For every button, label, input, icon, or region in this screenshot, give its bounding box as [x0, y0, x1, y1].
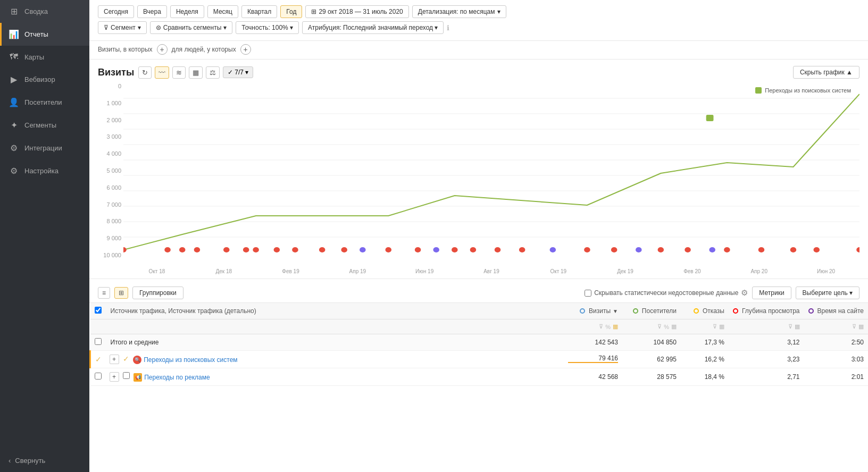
compare-segments-btn[interactable]: ⊜ Сравнить сегменты ▾ [150, 21, 233, 34]
th-visits[interactable]: Визиты ▼ [564, 303, 622, 319]
metrics-btn[interactable]: Метрики [752, 286, 791, 299]
svg-point-31 [611, 247, 617, 252]
groupings-btn[interactable]: Группировки [132, 286, 183, 299]
refresh-btn[interactable]: ↻ [138, 66, 152, 79]
row1-check: ✓ [95, 355, 102, 364]
svg-point-15 [243, 247, 249, 252]
row1-name[interactable]: Переходы из поисковых систем [144, 356, 237, 364]
row2-name[interactable]: Переходы по рекламе [144, 374, 210, 381]
table-subheader-row: ⊽ % ▦ ⊽ % ▦ ⊽ [90, 319, 869, 334]
segment-btn[interactable]: ⊽ Сегмент ▾ [98, 21, 147, 34]
svg-point-10 [123, 247, 127, 252]
area-chart-btn[interactable]: ≋ [172, 66, 186, 79]
attribution-btn[interactable]: Атрибуция: Последний значимый переход ▾ [302, 21, 444, 34]
depth-filter-icon[interactable]: ⊽ [788, 323, 792, 330]
date-today-btn[interactable]: Сегодня [98, 5, 134, 18]
table-header-row: Источник трафика, Источник трафика (дета… [90, 303, 869, 319]
detail-button[interactable]: Детализация: по месяцам ▾ [412, 5, 506, 18]
row2-expand-btn[interactable]: + [110, 372, 119, 382]
sidebar-item-integracii[interactable]: ⚙ Интеграции [0, 137, 89, 159]
th-bounces[interactable]: Отказы [681, 303, 729, 319]
segment-view-btn[interactable]: ⊞ [114, 287, 128, 299]
sidebar-item-label: Карты [24, 53, 44, 61]
user-icon: 👤 [9, 97, 19, 107]
date-range-picker[interactable]: ⊞ 29 окт 2018 — 31 июль 2020 [305, 5, 408, 18]
svg-point-23 [415, 247, 421, 252]
sidebar-item-svodka[interactable]: ⊞ Сводка [0, 0, 89, 23]
sidebar-item-nastrojka[interactable]: ⚙ Настройка [0, 159, 89, 182]
visitors-percent-icon[interactable]: % [664, 324, 669, 330]
data-table: Источник трафика, Источник трафика (дета… [89, 303, 868, 386]
accuracy-btn[interactable]: Точность: 100% ▾ [236, 21, 299, 34]
time-filter-icon[interactable]: ⊽ [852, 323, 856, 330]
stat-settings-btn[interactable]: ⚙ [741, 288, 748, 298]
th-visitors[interactable]: Посетители [622, 303, 681, 319]
row1-expand-btn[interactable]: + [110, 355, 119, 364]
visitors-filter-icon[interactable]: ⊽ [657, 323, 662, 330]
line-chart-btn[interactable]: 〰 [155, 66, 169, 79]
date-quarter-btn[interactable]: Квартал [241, 5, 277, 18]
svg-point-21 [360, 247, 366, 252]
chevron-left-icon: ‹ [9, 457, 11, 465]
chart-icon: 📊 [9, 29, 19, 39]
visitors-bar-icon[interactable]: ▦ [671, 323, 677, 330]
main-content: Сегодня Вчера Неделя Месяц Квартал Год ⊞… [89, 0, 868, 472]
visits-bar-icon[interactable]: ▦ [613, 323, 618, 330]
date-yesterday-btn[interactable]: Вчера [137, 5, 167, 18]
chevron-down-icon: ▾ [435, 24, 438, 31]
chart-legend: Переходы из поисковых систем [755, 87, 851, 94]
hide-chart-btn[interactable]: Скрыть график ▲ [793, 66, 859, 79]
time-bar-icon[interactable]: ▦ [858, 323, 864, 330]
chart-svg [123, 83, 859, 253]
row2-check[interactable] [123, 372, 130, 379]
list-view-btn[interactable]: ≡ [98, 287, 110, 299]
svg-point-35 [709, 247, 715, 252]
date-month-btn[interactable]: Месяц [207, 5, 238, 18]
svg-point-16 [253, 247, 259, 252]
th-depth[interactable]: Глубина просмотра [729, 303, 804, 319]
svg-point-11 [164, 247, 171, 252]
bounces-bar-icon[interactable]: ▦ [719, 323, 724, 330]
collapse-button[interactable]: ‹ Свернуть [0, 449, 89, 472]
svg-point-19 [319, 247, 326, 252]
bar-chart-btn[interactable]: ▦ [189, 66, 203, 79]
sidebar-item-posetiteli[interactable]: 👤 Посетители [0, 91, 89, 114]
date-year-btn[interactable]: Год [280, 5, 302, 18]
segment-row: Визиты, в которых + для людей, у которых… [89, 41, 868, 60]
row2-checkbox[interactable] [95, 373, 102, 380]
top-filters: Сегодня Вчера Неделя Месяц Квартал Год ⊞… [89, 0, 868, 41]
table-row: ✓ + ✓ 🔍 Переходы из поисковых систем 79 … [90, 351, 869, 368]
date-week-btn[interactable]: Неделя [170, 5, 204, 18]
th-time[interactable]: Время на сайте [804, 303, 868, 319]
chart-header: Визиты ↻ 〰 ≋ ▦ ⚖ ✓ 7/7 ▾ Скрыть график ▲ [98, 66, 859, 79]
bounces-filter-icon[interactable]: ⊽ [713, 323, 717, 330]
visits-percent-icon[interactable]: % [605, 324, 611, 330]
svg-point-13 [194, 247, 201, 252]
compare-chart-btn[interactable]: ⚖ [206, 66, 220, 79]
select-all-checkbox[interactable] [95, 307, 102, 314]
hide-stat-checkbox[interactable] [585, 290, 591, 297]
sidebar-item-segmenty[interactable]: ✦ Сегменты [0, 114, 89, 137]
chevron-down-icon: ▾ [497, 8, 500, 15]
play-icon: ▶ [9, 74, 19, 85]
chevron-down-icon: ▾ [290, 24, 293, 31]
svg-point-36 [724, 247, 730, 252]
add-people-condition-btn[interactable]: + [240, 44, 251, 55]
total-row-checkbox[interactable] [95, 338, 102, 345]
sidebar-item-karty[interactable]: 🗺 Карты [0, 46, 89, 68]
visits-filter-icon[interactable]: ⊽ [599, 323, 603, 330]
svg-point-20 [341, 247, 347, 252]
svg-point-32 [636, 247, 642, 252]
sidebar-item-vebvizor[interactable]: ▶ Вебвизор [0, 68, 89, 91]
chart-y-axis: 10 000 9 000 8 000 7 000 6 000 5 000 4 0… [98, 83, 123, 258]
svg-point-24 [433, 247, 439, 252]
filter-icon: ⊽ [104, 24, 108, 31]
add-visit-condition-btn[interactable]: + [157, 44, 168, 55]
svg-point-17 [274, 247, 280, 252]
th-checkbox [90, 303, 106, 319]
svg-rect-41 [706, 115, 714, 121]
goal-btn[interactable]: Выберите цель ▾ [796, 286, 859, 299]
series-count-btn[interactable]: ✓ 7/7 ▾ [223, 66, 253, 78]
depth-bar-icon[interactable]: ▦ [795, 323, 800, 330]
sidebar-item-otchety[interactable]: 📊 Отчеты [0, 23, 89, 46]
